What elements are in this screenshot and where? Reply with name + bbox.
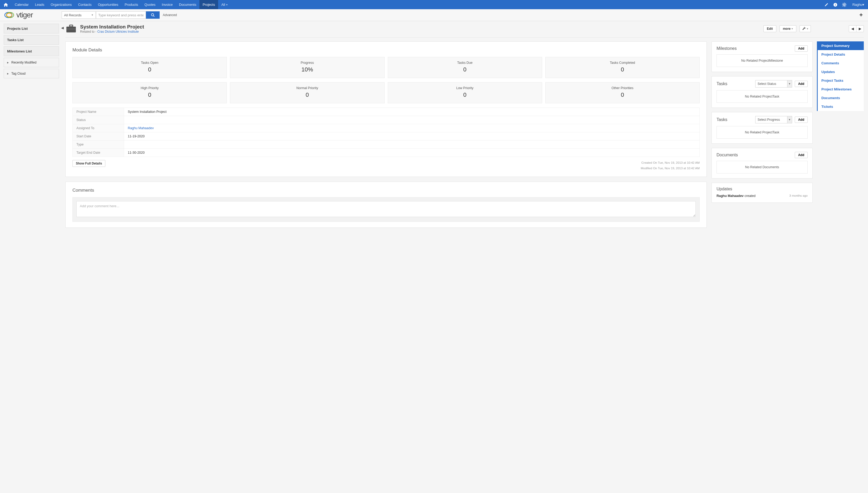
rightnav-project-milestones[interactable]: Project Milestones <box>818 85 864 93</box>
right-nav: Project SummaryProject DetailsCommentsUp… <box>817 41 864 111</box>
tasks-progress-panel: Tasks Select Progress▼ Add No Related Pr… <box>711 112 813 144</box>
collapse-sidebar-icon[interactable]: ◀ <box>61 21 65 238</box>
svg-line-15 <box>154 16 155 17</box>
empty-message: No Related ProjectTask <box>716 126 808 139</box>
svg-rect-18 <box>66 29 76 29</box>
expand-icon: ▶ <box>7 61 9 64</box>
add-milestone-button[interactable]: Add <box>795 45 808 52</box>
comments-panel: Comments <box>65 181 707 228</box>
stat-normal-priority: Normal Priority0 <box>230 82 384 103</box>
add-icon[interactable]: + <box>858 12 864 19</box>
nav-documents[interactable]: Documents <box>176 0 200 9</box>
detail-val <box>124 141 700 149</box>
record-header: System Installation Project Related to -… <box>65 24 864 38</box>
add-task-button[interactable]: Add <box>795 116 808 123</box>
wrench-icon <box>802 27 806 30</box>
stat-other-priorities: Other Priorities0 <box>545 82 700 103</box>
panel-title: Tasks <box>716 117 753 122</box>
nav-contacts[interactable]: Contacts <box>75 0 95 9</box>
pencil-icon[interactable] <box>822 0 831 9</box>
stat-progress: Progress10% <box>230 57 384 78</box>
comment-input[interactable] <box>76 201 696 217</box>
edit-button[interactable]: Edit <box>763 25 776 32</box>
rightnav-project-details[interactable]: Project Details <box>818 50 864 59</box>
nav-organizations[interactable]: Organizations <box>47 0 75 9</box>
nav-quotes[interactable]: Quotes <box>141 0 159 9</box>
sidebar-tasks-list[interactable]: Tasks List <box>4 35 59 45</box>
nav-invoice[interactable]: Invoice <box>159 0 176 9</box>
detail-val <box>124 116 700 124</box>
rightnav-project-tasks[interactable]: Project Tasks <box>818 76 864 85</box>
update-text: Raghu Mahaadev created <box>716 194 755 198</box>
empty-message: No Related Documents <box>716 161 808 173</box>
chevron-down-icon: ▾ <box>792 27 793 30</box>
gear-icon[interactable] <box>840 0 849 9</box>
rightnav-documents[interactable]: Documents <box>818 93 864 102</box>
info-icon[interactable]: i <box>831 0 840 9</box>
sidebar-recently-modified[interactable]: ▶Recently Modified <box>4 58 59 67</box>
update-time: 3 months ago <box>789 194 808 198</box>
detail-key: Project Name <box>73 108 124 116</box>
nav-all[interactable]: All▾ <box>218 0 230 9</box>
detail-key: Status <box>73 116 124 124</box>
nav-products[interactable]: Products <box>121 0 141 9</box>
module-details-panel: Module Details Tasks Open0Progress10%Tas… <box>65 41 707 177</box>
assigned-to-link[interactable]: Raghu Mahaadev <box>128 126 154 130</box>
created-timestamp: Created On Tue, Nov 19, 2013 at 10:42 AM <box>72 160 700 166</box>
milestones-panel: Milestones Add No Related ProjectMilesto… <box>711 41 813 72</box>
nav-projects[interactable]: Projects <box>200 0 218 9</box>
search-bar: vtiger All Records▼ Advanced + <box>0 9 868 21</box>
svg-line-8 <box>845 6 846 6</box>
add-document-button[interactable]: Add <box>795 152 808 158</box>
user-menu[interactable]: Raghu ▾ <box>849 0 868 9</box>
detail-key: Type <box>73 141 124 149</box>
panel-title: Comments <box>72 188 700 193</box>
svg-line-9 <box>843 6 843 6</box>
show-full-details-button[interactable]: Show Full Details <box>72 160 106 167</box>
nav-calendar[interactable]: Calendar <box>12 0 32 9</box>
expand-icon: ▶ <box>7 72 9 75</box>
tasks-status-panel: Tasks Select Status▼ Add No Related Proj… <box>711 76 813 108</box>
logo: vtiger <box>4 11 62 19</box>
prev-record-button[interactable]: ◀ <box>849 25 856 32</box>
panel-title: Documents <box>716 153 792 157</box>
sidebar-tag-cloud[interactable]: ▶Tag Cloud <box>4 69 59 78</box>
search-input[interactable] <box>96 11 146 19</box>
advanced-link[interactable]: Advanced <box>163 13 177 17</box>
records-select[interactable]: All Records▼ <box>62 11 96 19</box>
more-button[interactable]: more▾ <box>779 25 796 32</box>
stat-tasks-completed: Tasks Completed0 <box>545 57 700 78</box>
home-icon[interactable] <box>0 0 12 9</box>
related-to-link[interactable]: Cras Dictum Ultricies Institute <box>97 30 139 34</box>
documents-panel: Documents Add No Related Documents <box>711 148 813 178</box>
rightnav-project-summary[interactable]: Project Summary <box>818 41 864 50</box>
status-select[interactable]: Select Status▼ <box>755 80 792 87</box>
empty-message: No Related ProjectMilestone <box>716 54 808 67</box>
nav-leads[interactable]: Leads <box>32 0 47 9</box>
rightnav-comments[interactable]: Comments <box>818 59 864 67</box>
chevron-down-icon: ▾ <box>807 27 808 30</box>
progress-select[interactable]: Select Progress▼ <box>755 116 792 123</box>
panel-title: Updates <box>716 187 808 191</box>
detail-key: Start Date <box>73 132 124 141</box>
modified-timestamp: Modified On Tue, Nov 19, 2013 at 10:42 A… <box>72 166 700 171</box>
chevron-down-icon: ▾ <box>863 3 864 6</box>
svg-line-7 <box>843 3 843 4</box>
chevron-down-icon: ▾ <box>226 3 228 6</box>
tools-button[interactable]: ▾ <box>800 25 811 32</box>
detail-val: Raghu Mahaadev <box>124 124 700 132</box>
add-task-button[interactable]: Add <box>795 81 808 87</box>
detail-key: Target End Date <box>73 149 124 157</box>
sidebar-projects-list[interactable]: Projects List <box>4 24 59 34</box>
rightnav-tickets[interactable]: Tickets <box>818 102 864 111</box>
stat-tasks-open: Tasks Open0 <box>72 57 227 78</box>
next-record-button[interactable]: ▶ <box>856 25 864 32</box>
nav-opportunities[interactable]: Opportunities <box>95 0 121 9</box>
svg-rect-17 <box>70 25 73 27</box>
chevron-down-icon: ▼ <box>787 80 792 87</box>
project-title: System Installation Project <box>80 24 144 30</box>
sidebar-milestones-list[interactable]: Milestones List <box>4 46 59 56</box>
search-button[interactable] <box>146 11 160 19</box>
briefcase-icon <box>65 24 77 34</box>
rightnav-updates[interactable]: Updates <box>818 67 864 76</box>
